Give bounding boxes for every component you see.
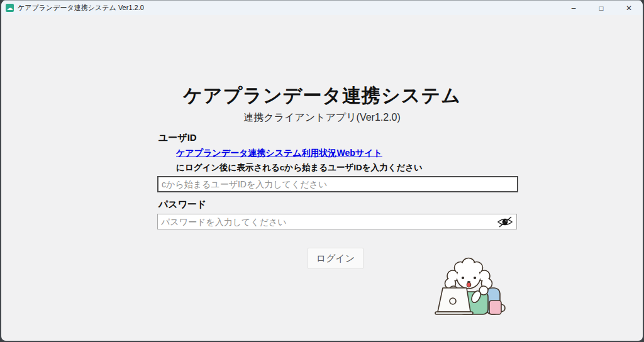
password-label: パスワード xyxy=(158,199,206,211)
close-button[interactable]: ✕ xyxy=(615,1,643,15)
app-icon: ☁ xyxy=(6,4,14,12)
user-id-instruction: にログイン後に表示されるcから始まるユーザIDを入力ください xyxy=(176,162,423,174)
window-controls: – □ ✕ xyxy=(560,1,643,15)
poodle-at-laptop-illustration xyxy=(424,255,511,321)
usage-website-link[interactable]: ケアプランデータ連携システム利用状況Webサイト xyxy=(176,148,382,159)
login-button[interactable]: ログイン xyxy=(308,248,364,269)
page-subtitle: 連携クライアントアプリ(Ver1.2.0) xyxy=(1,111,643,124)
eye-slash-icon[interactable] xyxy=(497,216,513,228)
user-id-input[interactable] xyxy=(157,176,518,192)
app-window: ☁ ケアプランデータ連携システム Ver1.2.0 – □ ✕ ケアプランデータ… xyxy=(0,0,644,342)
maximize-button[interactable]: □ xyxy=(587,1,615,15)
password-input[interactable] xyxy=(157,214,517,229)
minimize-button[interactable]: – xyxy=(560,1,587,15)
titlebar: ☁ ケアプランデータ連携システム Ver1.2.0 – □ ✕ xyxy=(1,1,643,15)
page-title: ケアプランデータ連携システム xyxy=(1,83,643,109)
user-id-label: ユーザID xyxy=(158,132,197,144)
window-title: ケアプランデータ連携システム Ver1.2.0 xyxy=(18,3,144,13)
